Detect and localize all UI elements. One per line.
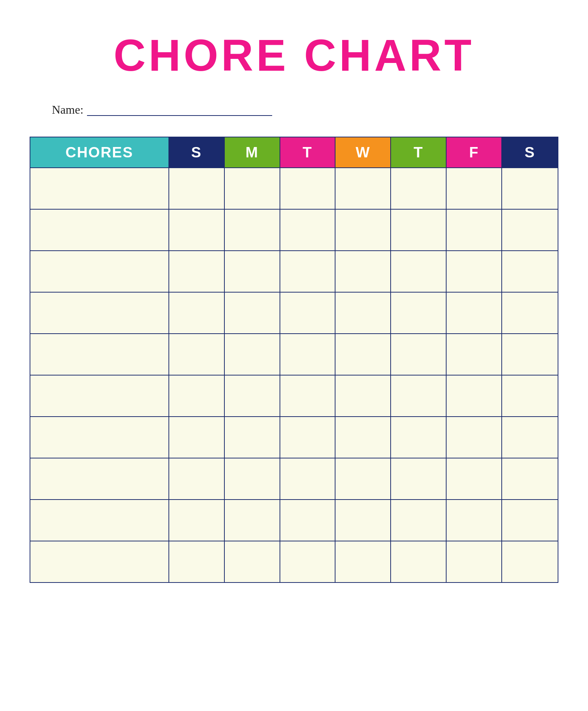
day-cell-10-4 [335, 541, 391, 582]
day-cell-3-7 [502, 251, 558, 292]
day-cell-3-4 [335, 251, 391, 292]
day-cell-9-2 [225, 500, 280, 541]
day-label-f: F [469, 144, 479, 161]
day-cell-8-7 [502, 458, 558, 499]
day-cell-2-4 [335, 210, 391, 250]
day-cell-1-2 [225, 168, 280, 209]
day-cell-2-3 [280, 210, 336, 250]
day-label-s2: S [525, 144, 535, 161]
day-cell-6-4 [335, 375, 391, 416]
day-cell-10-7 [502, 541, 558, 582]
day-label-s1: S [191, 144, 202, 161]
day-cell-2-5 [391, 210, 447, 250]
day-cell-4-7 [502, 293, 558, 333]
day-cell-6-3 [280, 375, 336, 416]
day-cell-1-6 [447, 168, 502, 209]
day-cell-2-6 [447, 210, 502, 250]
day-cell-9-4 [335, 500, 391, 541]
day-cell-5-6 [447, 334, 502, 375]
day-cell-4-5 [391, 293, 447, 333]
table-row [30, 251, 558, 293]
name-label: Name: [52, 103, 83, 118]
day-label-t2: T [414, 144, 423, 161]
header-day-monday: M [225, 137, 280, 168]
day-label-w: W [355, 144, 370, 161]
day-cell-5-4 [335, 334, 391, 375]
day-cell-9-6 [447, 500, 502, 541]
chore-cell-7 [30, 417, 169, 458]
day-cell-3-5 [391, 251, 447, 292]
day-cell-1-7 [502, 168, 558, 209]
header-day-friday: F [447, 137, 502, 168]
day-cell-2-7 [502, 210, 558, 250]
day-cell-10-2 [225, 541, 280, 582]
table-row [30, 168, 558, 210]
day-cell-5-1 [169, 334, 225, 375]
day-cell-9-7 [502, 500, 558, 541]
day-cell-10-6 [447, 541, 502, 582]
day-cell-4-2 [225, 293, 280, 333]
day-cell-10-5 [391, 541, 447, 582]
table-row [30, 375, 558, 417]
chore-cell-4 [30, 293, 169, 333]
day-cell-5-3 [280, 334, 336, 375]
day-cell-10-1 [169, 541, 225, 582]
page-title: CHORE CHART [114, 30, 475, 81]
day-cell-1-1 [169, 168, 225, 209]
day-cell-4-3 [280, 293, 336, 333]
day-cell-1-5 [391, 168, 447, 209]
name-row: Name: [30, 103, 558, 118]
day-cell-4-1 [169, 293, 225, 333]
day-cell-9-3 [280, 500, 336, 541]
day-cell-7-3 [280, 417, 336, 458]
day-cell-8-1 [169, 458, 225, 499]
name-underline [87, 115, 272, 116]
day-cell-8-3 [280, 458, 336, 499]
chore-cell-1 [30, 168, 169, 209]
table-row [30, 334, 558, 375]
table-row [30, 293, 558, 334]
day-cell-1-3 [280, 168, 336, 209]
chore-cell-8 [30, 458, 169, 499]
table-row [30, 210, 558, 251]
day-cell-9-1 [169, 500, 225, 541]
header-day-tuesday: T [280, 137, 336, 168]
day-cell-5-5 [391, 334, 447, 375]
chore-cell-6 [30, 375, 169, 416]
day-cell-5-2 [225, 334, 280, 375]
day-cell-6-1 [169, 375, 225, 416]
day-cell-4-4 [335, 293, 391, 333]
day-cell-5-7 [502, 334, 558, 375]
chart-header: CHORES S M T W T F S [30, 137, 558, 168]
day-cell-8-2 [225, 458, 280, 499]
day-cell-7-4 [335, 417, 391, 458]
chore-cell-2 [30, 210, 169, 250]
header-chores: CHORES [30, 137, 169, 168]
day-cell-4-6 [447, 293, 502, 333]
day-cell-3-6 [447, 251, 502, 292]
day-cell-10-3 [280, 541, 336, 582]
day-cell-8-4 [335, 458, 391, 499]
chore-cell-9 [30, 500, 169, 541]
day-cell-1-4 [335, 168, 391, 209]
day-cell-2-2 [225, 210, 280, 250]
day-cell-8-6 [447, 458, 502, 499]
day-cell-7-2 [225, 417, 280, 458]
header-day-saturday: S [502, 137, 558, 168]
chores-header-label: CHORES [66, 144, 133, 161]
day-cell-7-7 [502, 417, 558, 458]
day-cell-7-6 [447, 417, 502, 458]
table-row [30, 417, 558, 458]
day-cell-6-5 [391, 375, 447, 416]
day-cell-3-3 [280, 251, 336, 292]
day-cell-3-1 [169, 251, 225, 292]
day-cell-8-5 [391, 458, 447, 499]
chore-cell-3 [30, 251, 169, 292]
day-label-m: M [245, 144, 258, 161]
chart-body [30, 168, 558, 582]
chore-cell-5 [30, 334, 169, 375]
table-row [30, 541, 558, 582]
day-cell-7-5 [391, 417, 447, 458]
chore-chart: CHORES S M T W T F S [30, 137, 558, 583]
day-cell-6-7 [502, 375, 558, 416]
